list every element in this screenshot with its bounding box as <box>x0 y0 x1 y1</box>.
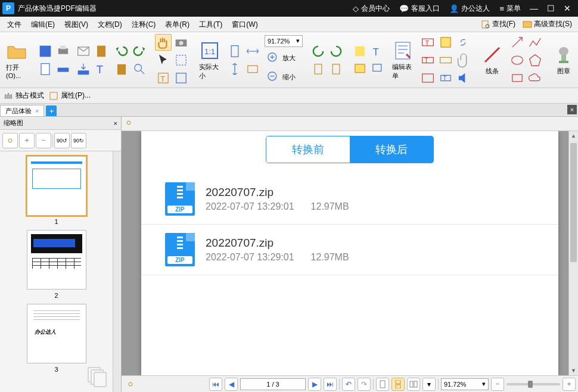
file-row[interactable]: ZIP 20220707.zip 2022-07-07 13:29:0112.9… <box>141 174 558 225</box>
panel-close-icon[interactable]: × <box>114 120 117 127</box>
list-button[interactable] <box>419 70 436 86</box>
scroll-thumb[interactable] <box>570 143 577 262</box>
insert-text-button[interactable]: T <box>369 43 386 60</box>
text-field-button[interactable]: T <box>419 34 436 51</box>
attach-button[interactable] <box>455 52 472 69</box>
single-page-button[interactable] <box>376 378 389 391</box>
rotate-ccw-button[interactable] <box>310 43 327 60</box>
fit-width-button[interactable] <box>244 43 261 60</box>
thumb-zoom-out-button[interactable]: － <box>36 133 51 148</box>
undo-button[interactable] <box>113 43 130 60</box>
zoom-slider[interactable] <box>506 383 560 385</box>
continuous-page-button[interactable] <box>391 378 405 391</box>
menu-view[interactable]: 视图(V) <box>60 17 93 32</box>
callout-button[interactable] <box>369 61 386 77</box>
tab-after[interactable]: 转换后 <box>350 136 433 163</box>
arrow-button[interactable] <box>509 34 526 51</box>
scroll-up-icon[interactable]: ▲ <box>569 131 578 141</box>
print-button[interactable] <box>55 43 72 60</box>
menu-form[interactable]: 表单(R) <box>160 17 194 32</box>
zoom-out-status-button[interactable]: － <box>491 378 504 391</box>
facing-cont-button[interactable]: ▾ <box>422 378 436 391</box>
new-tab-button[interactable]: + <box>46 105 57 116</box>
fit-page-button[interactable] <box>226 43 243 60</box>
combo-button[interactable] <box>437 52 454 69</box>
hand-tool-button[interactable] <box>155 34 172 51</box>
rect-button[interactable] <box>509 70 526 86</box>
thumbnail-page-2[interactable]: 2 <box>21 230 92 299</box>
text-button[interactable]: T <box>93 61 110 77</box>
properties-button[interactable]: 属性(P)... <box>49 91 91 101</box>
email-button[interactable] <box>75 43 92 60</box>
facing-page-button[interactable] <box>407 378 420 391</box>
status-options-button[interactable] <box>124 378 137 391</box>
viewer-options-button[interactable] <box>124 118 133 129</box>
menu-tools[interactable]: 工具(T) <box>194 17 227 32</box>
snapshot-button[interactable] <box>173 34 189 51</box>
find-button[interactable]: 查找(F) <box>477 19 519 29</box>
viewer-scrollbar[interactable]: ▲ ▼ <box>568 131 578 375</box>
redo-button[interactable] <box>131 43 148 60</box>
stamp-button[interactable]: 图章 <box>551 43 577 77</box>
doc-tab[interactable]: 产品体验 × <box>0 105 44 116</box>
thumb-options-button[interactable] <box>2 133 18 148</box>
next-page-button[interactable]: ▶ <box>308 378 321 391</box>
zoom-out-button[interactable] <box>265 69 281 85</box>
select-button[interactable] <box>155 52 172 69</box>
thumb-rotate-cw-button[interactable]: 90↻ <box>71 133 86 148</box>
find-tool-button[interactable] <box>131 61 148 77</box>
file-row[interactable]: ZIP 20220707.zip 2022-07-07 13:29:0112.9… <box>141 225 558 275</box>
zoom-in-status-button[interactable]: ＋ <box>563 378 576 391</box>
menu-button[interactable]: ≡菜单 <box>495 0 526 17</box>
page-number-input[interactable]: 1 / 3 <box>240 378 306 390</box>
fit-visible-button[interactable] <box>244 61 261 77</box>
close-all-tabs-button[interactable]: × <box>567 105 577 114</box>
edit-form-button[interactable]: 编辑表单 <box>390 39 416 82</box>
fit-height-button[interactable] <box>226 61 243 77</box>
lines-button[interactable]: 线条 <box>479 43 505 77</box>
thumbs-scrollbar[interactable] <box>113 151 121 392</box>
maximize-button[interactable]: ☐ <box>542 4 559 13</box>
link-button[interactable] <box>455 34 472 51</box>
create-button[interactable] <box>37 61 54 77</box>
clipboard-button[interactable] <box>93 43 110 60</box>
rotate-cw-button[interactable] <box>328 43 344 60</box>
edit-object-button[interactable] <box>173 70 189 86</box>
cloud-button[interactable] <box>527 70 543 86</box>
thumb-zoom-in-button[interactable]: ＋ <box>19 133 35 148</box>
rotate-view-ccw-button[interactable] <box>310 61 327 77</box>
support-button[interactable]: 💬客服入口 <box>394 0 445 17</box>
menu-window[interactable]: 窗口(W) <box>227 17 262 32</box>
radio-button[interactable]: T <box>419 52 436 69</box>
zoom-combo[interactable]: 91.72%▾ <box>265 35 303 47</box>
close-button[interactable]: ✕ <box>559 4 576 13</box>
adv-find-button[interactable]: 高级查找(S) <box>519 19 576 29</box>
paste-button[interactable] <box>113 61 130 77</box>
user-button[interactable]: 👤办公达人 <box>445 0 495 17</box>
sound-button[interactable] <box>455 70 472 86</box>
minimize-button[interactable]: — <box>526 4 542 13</box>
open-button[interactable]: 打开(O)... <box>4 39 30 80</box>
prev-page-button[interactable]: ◀ <box>225 378 238 391</box>
button-button[interactable]: T <box>437 70 454 86</box>
page-canvas[interactable]: 转换前 转换后 ZIP 20220707.zip 2022-07-07 13:2… <box>122 131 578 375</box>
ellipse-button[interactable] <box>509 52 526 69</box>
checkbox-button[interactable] <box>437 34 454 51</box>
exclusive-mode-button[interactable]: 独占模式 <box>4 91 44 101</box>
polyline-button[interactable] <box>527 34 543 51</box>
scan-button[interactable] <box>55 61 72 77</box>
close-tab-icon[interactable]: × <box>35 107 39 114</box>
thumb-rotate-ccw-button[interactable]: 90↺ <box>54 133 70 148</box>
thumbnails-list[interactable]: 1 2 办公达人 3 <box>0 151 113 392</box>
note-button[interactable] <box>352 61 368 77</box>
menu-comment[interactable]: 注释(C) <box>127 17 161 32</box>
export-button[interactable] <box>75 61 92 77</box>
zoom-slider-knob[interactable] <box>528 381 533 388</box>
thumbnail-page-1[interactable]: 1 <box>21 156 92 225</box>
menu-file[interactable]: 文件 <box>2 17 26 32</box>
first-page-button[interactable]: ⏮ <box>209 378 222 391</box>
nav-back-button[interactable]: ↶ <box>342 378 355 391</box>
save-button[interactable] <box>37 43 54 60</box>
tab-before[interactable]: 转换前 <box>266 136 350 163</box>
thumbnail-page-3[interactable]: 办公达人 3 <box>21 304 92 373</box>
